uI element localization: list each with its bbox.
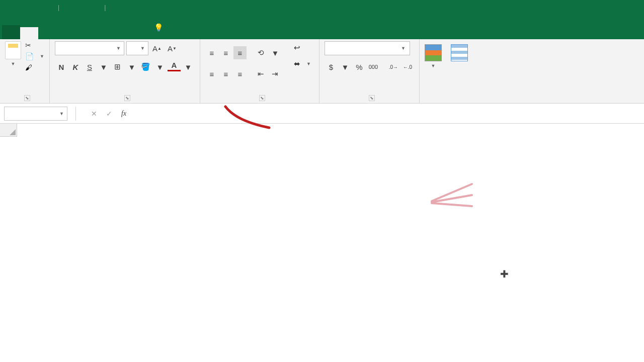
- increase-indent-button[interactable]: ⇥: [269, 67, 282, 80]
- increase-decimal-button[interactable]: .0→: [387, 60, 400, 73]
- dialog-launcher-icon[interactable]: ⬊: [369, 95, 375, 101]
- brush-icon: 🖌: [25, 63, 32, 71]
- decrease-indent-button[interactable]: ⇤: [255, 67, 268, 80]
- format-painter-button[interactable]: 🖌: [25, 63, 44, 71]
- dialog-launcher-icon[interactable]: ⬊: [24, 95, 30, 101]
- chevron-down-icon[interactable]: ▼: [153, 60, 167, 73]
- touchmode-icon[interactable]: [86, 2, 97, 13]
- chevron-down-icon: ▼: [40, 54, 44, 59]
- cut-button[interactable]: [25, 41, 44, 49]
- tab-page-layout[interactable]: [56, 27, 74, 39]
- align-center-button[interactable]: ≡: [219, 67, 232, 80]
- ribbon-group-font: ▼ ▼ A▲ A▼ N K S ▼ ⊞ ▼ 🪣 ▼ A ▼ ⬊: [50, 39, 200, 103]
- cell-cursor-icon: ✚: [500, 268, 509, 280]
- decrease-decimal-button[interactable]: ←.0: [401, 60, 414, 73]
- conditional-formatting-icon: [425, 44, 442, 61]
- ribbon-group-number: ▼ $ ▼ % 000 .0→ ←.0 ⬊: [319, 39, 420, 103]
- merge-center-button[interactable]: ⬌▼: [291, 57, 314, 70]
- quick-access-toolbar: │ │: [0, 0, 644, 15]
- chevron-down-icon[interactable]: ▼: [97, 60, 110, 73]
- chevron-down-icon[interactable]: ▼: [125, 60, 138, 73]
- borders-button[interactable]: ⊞: [111, 60, 124, 73]
- tab-insert[interactable]: [38, 27, 56, 39]
- font-color-button[interactable]: A: [168, 60, 181, 71]
- increase-font-button[interactable]: A▲: [150, 42, 164, 55]
- save-icon[interactable]: [3, 2, 14, 13]
- chevron-down-icon[interactable]: ▼: [182, 60, 195, 73]
- cancel-formula-icon[interactable]: ✕: [91, 110, 97, 118]
- open-icon[interactable]: [67, 2, 78, 13]
- clipboard-icon: [5, 41, 21, 59]
- bold-button[interactable]: N: [55, 60, 68, 73]
- ribbon-group-alignment: ≡ ≡ ≡ ⟲ ▼ ≡ ≡ ≡ ⇤ ⇥ ↩ ⬌▼: [200, 39, 319, 103]
- fx-icon[interactable]: fx: [121, 110, 126, 118]
- format-as-table-button[interactable]: [451, 44, 468, 62]
- copy-button[interactable]: 📄▼: [25, 52, 44, 60]
- tab-file[interactable]: [2, 25, 20, 39]
- percent-format-button[interactable]: %: [353, 60, 366, 73]
- conditional-formatting-button[interactable]: ▼: [425, 44, 442, 68]
- valign-middle-button[interactable]: ≡: [219, 46, 232, 59]
- undo-icon[interactable]: [21, 2, 32, 13]
- qat-separator: │: [57, 5, 60, 11]
- tab-view[interactable]: [129, 27, 147, 39]
- name-box[interactable]: ▼: [4, 107, 67, 121]
- ribbon-tabs: 💡: [0, 15, 644, 39]
- tab-home[interactable]: [20, 27, 38, 39]
- copy-icon: 📄: [25, 52, 34, 60]
- valign-top-button[interactable]: ≡: [205, 46, 218, 59]
- fill-color-button[interactable]: 🪣: [139, 60, 152, 73]
- tab-review[interactable]: [111, 27, 129, 39]
- formula-bar: ▼ ✕ ✓ fx: [0, 104, 644, 124]
- chevron-down-icon: ▼: [401, 46, 406, 51]
- align-right-button[interactable]: ≡: [233, 67, 247, 80]
- dialog-launcher-icon[interactable]: ⬊: [124, 95, 130, 101]
- redo-icon[interactable]: [39, 2, 50, 13]
- chevron-down-icon: ▼: [306, 61, 311, 66]
- chevron-down-icon[interactable]: ▼: [269, 46, 282, 59]
- chevron-down-icon: ▼: [431, 63, 435, 68]
- tab-formulas[interactable]: [74, 27, 93, 39]
- tab-data[interactable]: [93, 27, 111, 39]
- accept-formula-icon[interactable]: ✓: [106, 110, 112, 118]
- number-format-select[interactable]: ▼: [325, 41, 410, 55]
- font-size-select[interactable]: ▼: [126, 41, 148, 55]
- ribbon-group-clipboard: ▼ 📄▼ 🖌 ⬊: [0, 39, 50, 103]
- merge-icon: ⬌: [294, 59, 300, 68]
- ribbon-group-styles: ▼: [420, 39, 473, 103]
- dialog-launcher-icon[interactable]: ⬊: [259, 95, 265, 101]
- paste-button[interactable]: ▼: [5, 41, 21, 66]
- chevron-down-icon: ▼: [59, 111, 64, 116]
- chevron-down-icon: ▼: [116, 46, 121, 51]
- lightbulb-icon: 💡: [154, 23, 164, 32]
- qat-customize-icon[interactable]: [114, 2, 125, 13]
- wrap-icon: ↩: [294, 43, 300, 52]
- underline-button[interactable]: S: [83, 60, 96, 73]
- select-all-corner[interactable]: [0, 124, 17, 137]
- font-name-select[interactable]: ▼: [55, 41, 124, 55]
- ribbon: ▼ 📄▼ 🖌 ⬊ ▼ ▼ A▲ A▼ N K S ▼ ⊞: [0, 39, 644, 104]
- chevron-down-icon[interactable]: ▼: [339, 60, 352, 73]
- table-icon: [451, 44, 468, 61]
- tell-me-search[interactable]: 💡: [147, 23, 174, 39]
- worksheet: ✚: [0, 124, 644, 137]
- qat-separator: │: [104, 5, 107, 11]
- wrap-text-button[interactable]: ↩: [291, 41, 314, 54]
- chevron-down-icon: ▼: [11, 61, 16, 66]
- annotation-arrow-pink: [427, 180, 477, 215]
- decrease-font-button[interactable]: A▼: [166, 42, 179, 55]
- scissors-icon: [25, 41, 31, 49]
- accounting-format-button[interactable]: $: [325, 60, 338, 73]
- valign-bottom-button[interactable]: ≡: [233, 46, 247, 59]
- align-left-button[interactable]: ≡: [205, 67, 218, 80]
- orientation-button[interactable]: ⟲: [255, 46, 268, 59]
- comma-format-button[interactable]: 000: [367, 60, 380, 73]
- chevron-down-icon: ▼: [140, 46, 145, 51]
- italic-button[interactable]: K: [69, 60, 82, 73]
